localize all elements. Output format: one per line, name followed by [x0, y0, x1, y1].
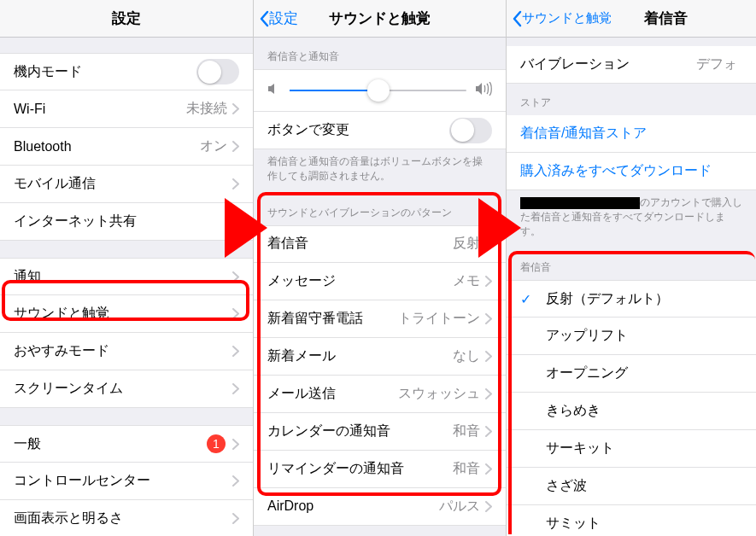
- speaker-low-icon: [267, 83, 281, 98]
- cell-label: おやすみモード: [14, 342, 232, 360]
- chevron-right-icon: [232, 513, 239, 524]
- cell-value: 未接続: [186, 100, 227, 118]
- tone-store-link[interactable]: 着信音/通知音ストア: [507, 115, 756, 153]
- cell-label: インターネット共有: [14, 213, 232, 230]
- cell-value: スウォッシュ: [398, 385, 480, 403]
- cell-label: アップリフト: [546, 327, 742, 345]
- cell-label: 新着留守番電話: [267, 310, 398, 328]
- toggle[interactable]: [449, 118, 492, 143]
- cell-label: サーキット: [546, 440, 742, 457]
- settings-cell[interactable]: Wi-Fi未接続: [0, 90, 253, 128]
- volume-slider-row: [254, 69, 506, 112]
- arrow-icon: [478, 198, 521, 258]
- ringtone-cell[interactable]: アップリフト: [507, 318, 756, 355]
- cell-label: オープニング: [546, 364, 742, 382]
- ringtone-panel: サウンドと触覚 着信音 バイブレーション デフォ ストア 着信音/通知音ストア …: [506, 0, 756, 536]
- ringtone-cell[interactable]: サミット: [507, 505, 756, 536]
- chevron-right-icon: [232, 271, 239, 283]
- chevron-right-icon: [232, 308, 239, 319]
- chevron-right-icon: [485, 463, 492, 475]
- chevron-right-icon: [485, 426, 492, 437]
- sound-pattern-cell[interactable]: 新着留守番電話トライトーン: [254, 300, 506, 338]
- sound-pattern-cell[interactable]: AirDropパルス: [254, 488, 506, 526]
- store-header: ストア: [507, 84, 756, 115]
- settings-cell[interactable]: インターネット共有: [0, 203, 253, 241]
- redacted-account: [520, 197, 640, 209]
- change-with-buttons-cell[interactable]: ボタンで変更: [254, 112, 506, 149]
- cell-label: 機内モード: [14, 63, 196, 81]
- vibration-cell[interactable]: バイブレーション デフォ: [507, 46, 756, 84]
- ringtone-cell[interactable]: さざ波: [507, 468, 756, 505]
- cell-value: パルス: [439, 498, 480, 516]
- cell-label: コントロールセンター: [14, 472, 232, 490]
- back-label: 設定: [269, 9, 298, 28]
- cell-label: サウンドと触覚: [14, 305, 232, 323]
- cell-label: 一般: [14, 435, 207, 453]
- ringtones-header: 着信音: [507, 248, 756, 280]
- cell-label: 新着メール: [267, 347, 453, 365]
- cell-value: デフォ: [696, 55, 737, 73]
- cell-label: カレンダーの通知音: [267, 422, 453, 440]
- toggle[interactable]: [196, 59, 239, 84]
- sound-pattern-cell[interactable]: メール送信スウォッシュ: [254, 376, 506, 413]
- svg-marker-1: [478, 198, 521, 258]
- settings-cell[interactable]: 機内モード: [0, 53, 253, 90]
- cell-label: 購入済みをすべてダウンロード: [520, 162, 742, 180]
- cell-label: 通知: [14, 268, 232, 286]
- header: 設定 サウンドと触覚: [254, 0, 506, 38]
- settings-cell[interactable]: サウンドと触覚: [0, 295, 253, 333]
- back-button[interactable]: 設定: [254, 9, 298, 28]
- settings-cell[interactable]: スクリーンタイム: [0, 370, 253, 408]
- download-all-link[interactable]: 購入済みをすべてダウンロード: [507, 153, 756, 190]
- badge: 1: [207, 434, 226, 453]
- cell-label: 着信音/通知音ストア: [520, 125, 742, 143]
- cell-value: 和音: [453, 422, 480, 440]
- ringtone-cell[interactable]: サーキット: [507, 430, 756, 468]
- chevron-right-icon: [232, 141, 239, 152]
- cell-label: メール送信: [267, 385, 398, 403]
- sounds-panel: 設定 サウンドと触覚 着信音と通知音 ボタンで変更 着信音と通知音の音量はボリュ…: [253, 0, 506, 536]
- cell-label: AirDrop: [267, 498, 439, 514]
- settings-cell[interactable]: Bluetoothオン: [0, 128, 253, 166]
- download-footer: のアカウントで購入した着信音と通知音をすべてダウンロードします。: [507, 190, 756, 248]
- settings-cell[interactable]: おやすみモード: [0, 333, 253, 370]
- cell-label: きらめき: [546, 402, 742, 420]
- cell-label: Wi-Fi: [14, 102, 186, 117]
- back-label: サウンドと触覚: [522, 10, 612, 26]
- cell-label: バイブレーション: [520, 55, 696, 73]
- ringtone-cell[interactable]: オープニング: [507, 355, 756, 393]
- ringtone-cell[interactable]: きらめき: [507, 393, 756, 430]
- cell-label: スクリーンタイム: [14, 380, 232, 398]
- cell-value: オン: [200, 137, 227, 155]
- settings-cell[interactable]: 画面表示と明るさ: [0, 500, 253, 536]
- chevron-right-icon: [232, 383, 239, 394]
- settings-cell[interactable]: コントロールセンター: [0, 463, 253, 500]
- chevron-right-icon: [232, 439, 239, 450]
- back-button[interactable]: サウンドと触覚: [507, 10, 612, 27]
- chevron-right-icon: [485, 501, 492, 512]
- volume-header: 着信音と通知音: [254, 38, 506, 69]
- chevron-right-icon: [485, 313, 492, 324]
- chevron-right-icon: [232, 346, 239, 357]
- cell-label: ボタンで変更: [267, 121, 449, 139]
- cell-value: 反射: [453, 235, 480, 253]
- change-footer: 着信音と通知音の音量はボリュームボタンを操作しても調節されません。: [254, 149, 506, 194]
- cell-label: Bluetooth: [14, 139, 200, 154]
- sound-pattern-cell[interactable]: カレンダーの通知音和音: [254, 413, 506, 451]
- settings-cell[interactable]: 一般1: [0, 425, 253, 463]
- chevron-right-icon: [232, 475, 239, 486]
- ringtone-cell[interactable]: ✓反射（デフォルト）: [507, 280, 756, 318]
- sound-pattern-cell[interactable]: 着信音反射: [254, 225, 506, 263]
- cell-value: なし: [453, 347, 480, 365]
- settings-cell[interactable]: 通知: [0, 258, 253, 295]
- sound-pattern-cell[interactable]: リマインダーの通知音和音: [254, 451, 506, 488]
- cell-label: 着信音: [267, 235, 453, 253]
- settings-cell[interactable]: モバイル通信: [0, 166, 253, 203]
- cell-label: メッセージ: [267, 272, 453, 290]
- volume-slider[interactable]: [290, 90, 466, 91]
- cell-label: さざ波: [546, 477, 742, 495]
- cell-label: モバイル通信: [14, 175, 232, 193]
- sound-pattern-cell[interactable]: 新着メールなし: [254, 338, 506, 376]
- chevron-right-icon: [232, 103, 239, 114]
- sound-pattern-cell[interactable]: メッセージメモ: [254, 263, 506, 300]
